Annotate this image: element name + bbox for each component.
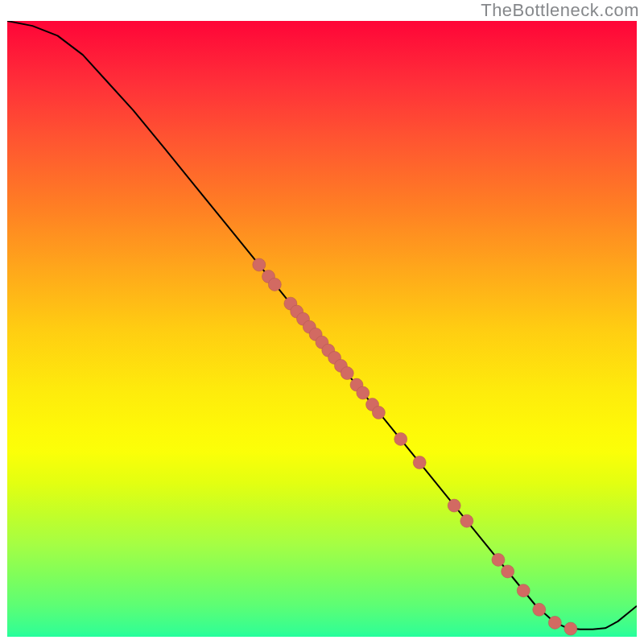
chart-markers [253,258,577,635]
chart-marker [533,603,546,616]
chart-marker [448,499,460,512]
chart-marker [341,367,353,380]
watermark-text: TheBottleneck.com [481,0,639,21]
chart-marker [394,432,407,445]
chart-marker [413,456,426,469]
chart-marker [253,258,266,271]
chart-marker [460,514,473,527]
chart-curve [7,21,637,630]
chart-container: TheBottleneck.com [0,0,644,644]
chart-marker [372,407,385,419]
chart-marker [548,616,561,629]
chart-marker [517,584,530,597]
chart-marker [564,622,577,635]
chart-marker [268,278,281,291]
chart-marker [357,386,369,399]
chart-marker [502,565,514,578]
chart-marker [492,553,505,566]
chart-svg [7,21,637,637]
